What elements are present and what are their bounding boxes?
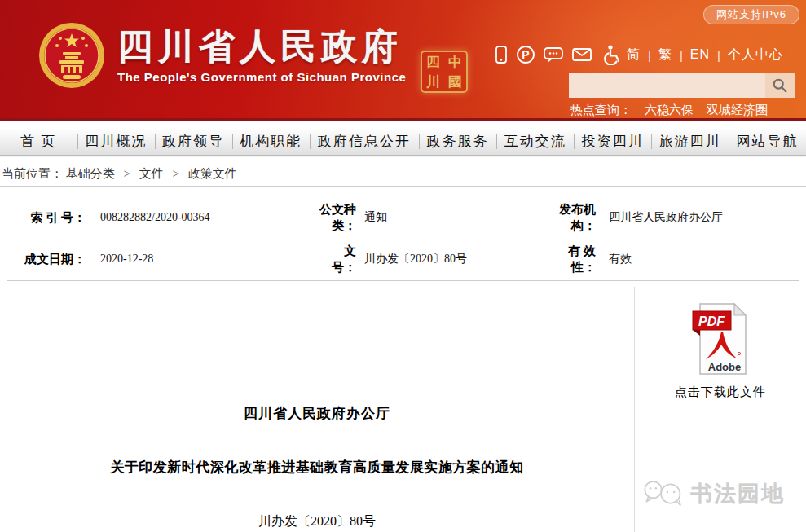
china-sichuan-seal: 四 中 川 國 — [421, 51, 468, 93]
nav-item-gov-leaders[interactable]: 政府领导 — [155, 128, 232, 155]
national-emblem-logo — [37, 21, 106, 90]
search-icon — [772, 77, 788, 94]
seal-char: 國 — [448, 75, 462, 89]
meta-issuing-agency: 发布机构： 四川省人民政府办公厅 — [542, 196, 799, 239]
meta-value: 通知 — [364, 210, 387, 225]
nav-item-site-map[interactable]: 网站导航 — [729, 128, 806, 155]
document-title: 关于印发新时代深化改革推进基础教育高质量发展实施方案的通知 — [0, 458, 634, 477]
message-icon[interactable] — [543, 45, 564, 64]
main-nav: 首 页 四川概况 政府领导 机构职能 政府信息公开 政务服务 互动交流 投资四川… — [0, 128, 806, 156]
site-subtitle: The People's Government of Sichuan Provi… — [117, 70, 406, 84]
site-header: 网站支持IPv6 四川省人民政府 The People's Government… — [0, 0, 806, 121]
meta-label: 有 效 性： — [542, 243, 596, 276]
meta-value: 2020-12-28 — [100, 253, 153, 266]
wechat-watermark: 书法园地 — [641, 479, 785, 508]
breadcrumb-item-base-category[interactable]: 基础分类 — [66, 167, 115, 180]
pdf-badge-label: PDF — [698, 314, 725, 328]
pdf-download-block: PDF Adobe 点击下载此文件 — [635, 301, 806, 400]
p-circle-icon[interactable]: P — [516, 45, 535, 64]
meta-value: 008282882/2020-00364 — [100, 211, 210, 224]
quick-link-divider: | — [717, 48, 720, 62]
search-input[interactable] — [569, 73, 765, 98]
pdf-download-link[interactable]: 点击下载此文件 — [635, 385, 806, 400]
svg-text:P: P — [522, 48, 529, 61]
meta-value: 有效 — [609, 252, 632, 266]
seal-char: 四 — [426, 55, 440, 69]
seal-char: 中 — [448, 55, 462, 69]
lang-english-link[interactable]: EN — [690, 47, 710, 62]
site-title: 四川省人民政府 — [117, 26, 406, 68]
document-meta-table: 索 引 号： 008282882/2020-00364 公文种类： 通知 发布机… — [7, 196, 799, 281]
hot-search-term[interactable]: 六稳六保 — [645, 103, 694, 118]
document-number-line: 川办发〔2020〕80号 — [0, 513, 634, 530]
breadcrumb-separator: > — [172, 167, 178, 180]
page: 网站支持IPv6 四川省人民政府 The People's Government… — [0, 0, 806, 532]
quick-link-divider: | — [680, 48, 683, 62]
wechat-icon — [641, 479, 689, 508]
adobe-label: Adobe — [708, 361, 741, 373]
nav-item-travel-sichuan[interactable]: 旅游四川 — [651, 128, 729, 155]
watermark-text: 书法园地 — [690, 479, 785, 508]
meta-value: 川办发〔2020〕80号 — [364, 252, 467, 266]
search-bar — [569, 73, 795, 98]
quick-link-divider: | — [648, 48, 651, 62]
ipv6-support-badge: 网站支持IPv6 — [703, 5, 799, 24]
site-title-block: 四川省人民政府 The People's Government of Sichu… — [117, 26, 406, 84]
meta-label: 索 引 号： — [7, 209, 86, 226]
hot-search-term[interactable]: 双城经济圈 — [707, 103, 768, 118]
meta-label: 文 号： — [301, 243, 356, 276]
nav-item-org-functions[interactable]: 机构职能 — [232, 128, 310, 155]
breadcrumb-item-policy-documents[interactable]: 政策文件 — [188, 167, 237, 180]
header-utility-bar: P — [494, 44, 783, 65]
breadcrumb-label: 当前位置： — [2, 167, 63, 180]
seal-char: 川 — [426, 75, 440, 89]
breadcrumb: 当前位置： 基础分类 > 文件 > 政策文件 — [0, 161, 806, 187]
nav-item-interaction[interactable]: 互动交流 — [496, 128, 574, 155]
nav-item-gov-services[interactable]: 政务服务 — [419, 128, 496, 155]
nav-item-info-disclosure[interactable]: 政府信息公开 — [310, 128, 420, 155]
lang-traditional-link[interactable]: 繁 — [658, 46, 672, 64]
document-org-line: 四川省人民政府办公厅 — [0, 404, 634, 423]
personal-center-link[interactable]: 个人中心 — [728, 46, 783, 64]
accessibility-icon[interactable] — [600, 44, 619, 65]
breadcrumb-item-documents[interactable]: 文件 — [139, 167, 164, 180]
meta-label: 成文日期： — [7, 251, 86, 267]
search-button[interactable] — [765, 73, 795, 98]
meta-validity: 有 效 性： 有效 — [542, 239, 799, 281]
meta-index-number: 索 引 号： 008282882/2020-00364 — [7, 196, 301, 239]
nav-item-sichuan-overview[interactable]: 四川概况 — [77, 128, 155, 155]
meta-label: 发布机构： — [542, 201, 596, 235]
meta-value: 四川省人民政府办公厅 — [609, 210, 723, 225]
lang-simplified-link[interactable]: 简 — [627, 46, 641, 64]
breadcrumb-separator: > — [124, 167, 130, 180]
mobile-app-icon[interactable] — [494, 45, 509, 64]
hot-search-row: 热点查询： 六稳六保 双城经济圈 — [570, 103, 768, 118]
pdf-file-icon[interactable]: PDF Adobe — [687, 301, 754, 376]
mail-icon[interactable] — [571, 45, 592, 64]
meta-doc-type: 公文种类： 通知 — [301, 196, 542, 239]
hot-search-label: 热点查询： — [570, 103, 632, 118]
meta-label: 公文种类： — [301, 201, 356, 235]
nav-item-home[interactable]: 首 页 — [0, 128, 77, 155]
meta-issue-date: 成文日期： 2020-12-28 — [7, 239, 301, 281]
nav-item-invest-sichuan[interactable]: 投资四川 — [574, 128, 651, 155]
meta-doc-number: 文 号： 川办发〔2020〕80号 — [301, 239, 542, 281]
